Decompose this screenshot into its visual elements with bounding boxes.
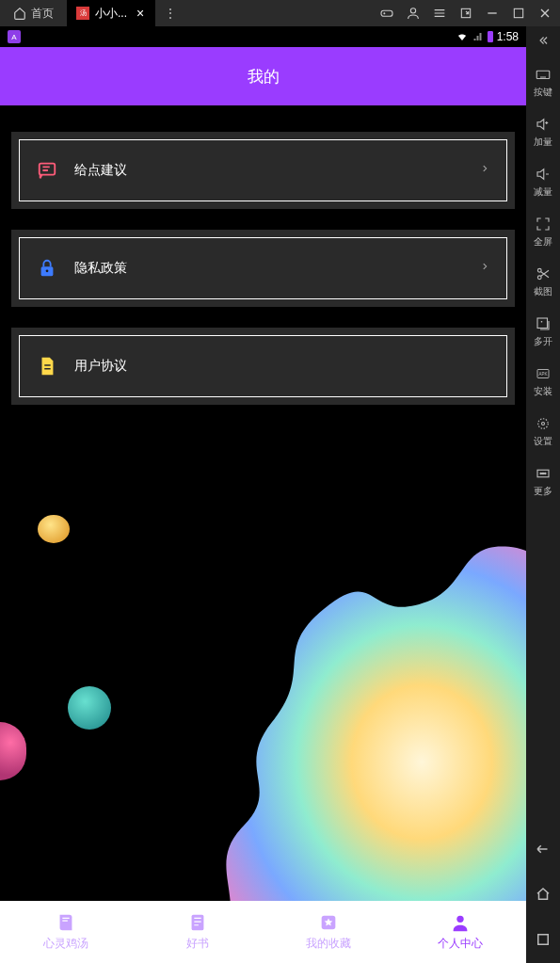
document-icon [37,356,57,377]
app-icon: 汤 [76,7,89,20]
blob-main [131,487,526,901]
star-icon [318,912,339,933]
minimize-icon[interactable] [485,6,500,21]
nav-label: 个人中心 [438,936,483,952]
svg-point-5 [537,268,541,272]
person-icon [450,912,471,933]
sidebar-item-multi[interactable]: 多开 [526,306,560,356]
sidebar-item-screenshot[interactable]: 截图 [526,256,560,306]
svg-point-14 [542,473,544,474]
nav-item-profile[interactable]: 个人中心 [394,901,526,963]
signal-icon [472,31,484,42]
sidebar-item-more[interactable]: 更多 [526,456,560,506]
page-title: 我的 [248,66,280,88]
nav-item-soup[interactable]: 心灵鸡汤 [0,901,132,963]
menu-item-privacy[interactable]: 隐私政策 [19,237,507,299]
status-time: 1:58 [497,30,519,43]
maximize-icon[interactable] [511,6,526,21]
menu-card-suggestion: 给点建议 [11,132,515,209]
tab-app-label: 小小... [95,6,127,22]
sidebar-item-settings[interactable]: 设置 [526,406,560,456]
blob-dot-yellow [38,515,70,543]
hamburger-icon[interactable] [432,6,447,21]
svg-point-15 [545,473,547,474]
tab-home-label: 首页 [31,6,54,22]
blob-dot-pink [0,722,26,780]
svg-rect-16 [538,935,549,945]
chevron-right-icon [480,161,489,180]
sidebar-item-volume-down[interactable]: 减量 [526,156,560,206]
menu-label: 隐私政策 [74,260,480,277]
scissors-icon [535,265,552,282]
svg-point-6 [537,276,541,280]
sidebar-collapse-icon[interactable] [535,26,552,56]
app-content: 给点建议 隐私政策 [0,105,526,901]
close-window-icon[interactable] [537,6,552,21]
android-home-icon[interactable] [535,873,552,918]
svg-text:APK: APK [538,372,547,377]
tab-home[interactable]: 首页 [0,0,67,26]
gamepad-icon[interactable] [379,6,394,21]
menu-item-suggestion[interactable]: 给点建议 [19,139,507,201]
tab-app[interactable]: 汤 小小... × [67,0,155,26]
nav-label: 我的收藏 [306,936,351,952]
svg-rect-20 [191,915,203,931]
battery-icon [488,31,493,42]
nav-item-favorites[interactable]: 我的收藏 [264,901,395,963]
svg-rect-0 [381,10,392,16]
menu-card-agreement: 用户协议 [11,328,515,405]
svg-point-1 [410,8,415,13]
sidebar-item-fullscreen[interactable]: 全屏 [526,206,560,256]
status-app-badge: A [8,30,21,43]
nav-label: 心灵鸡汤 [43,936,88,952]
phone-viewport: A 1:58 我的 [0,26,526,963]
sidebar-item-volume-up[interactable]: 加量 [526,106,560,156]
svg-point-10 [538,419,549,429]
svg-rect-3 [514,8,522,17]
menu-label: 给点建议 [74,162,480,179]
sidebar-label: 多开 [534,335,552,348]
svg-point-13 [540,473,542,474]
svg-point-19 [46,269,49,272]
app-header: 我的 [0,47,526,105]
sidebar-label: 截图 [534,285,552,298]
good-book-icon [187,912,208,933]
sidebar-item-keyboard[interactable]: 按键 [526,56,560,106]
android-back-icon[interactable] [535,827,552,873]
mini-window-icon[interactable] [458,6,473,21]
volume-up-icon [535,116,552,133]
bottom-nav: 心灵鸡汤 好书 我的收藏 个人中心 [0,901,526,963]
blob-dot-teal [68,686,111,730]
svg-point-11 [542,423,545,425]
menu-item-agreement[interactable]: 用户协议 [19,335,507,397]
sidebar-label: 按键 [534,86,552,99]
more-icon [535,465,552,482]
nav-item-books[interactable]: 好书 [132,901,264,963]
sidebar-label: 减量 [534,185,552,199]
fullscreen-icon [535,216,552,233]
settings-icon [535,415,552,432]
wallpaper-blobs [0,430,526,901]
sidebar-item-apk[interactable]: APK 安装 [526,356,560,406]
chevron-right-icon [480,259,489,278]
home-icon [13,7,26,20]
book-icon [56,912,76,933]
android-status-bar: A 1:58 [0,26,526,47]
sidebar-label: 更多 [534,485,552,498]
multi-open-icon [535,315,552,332]
svg-rect-7 [537,318,548,329]
android-recents-icon[interactable] [535,918,552,963]
chat-icon [37,160,57,181]
svg-rect-17 [40,164,56,175]
tab-close-icon[interactable]: × [133,6,148,21]
volume-down-icon [535,166,552,183]
emulator-sidebar: 按键 加量 减量 全屏 截图 多开 APK 安装 设置 更多 [526,26,560,963]
sidebar-label: 安装 [534,385,552,398]
keyboard-icon [535,66,552,83]
user-icon[interactable] [406,6,421,21]
svg-point-22 [456,916,463,923]
wifi-icon [456,31,469,42]
svg-rect-2 [461,8,470,17]
menu-label: 用户协议 [74,358,489,375]
tabs-menu-icon[interactable]: ⋮ [155,7,185,20]
